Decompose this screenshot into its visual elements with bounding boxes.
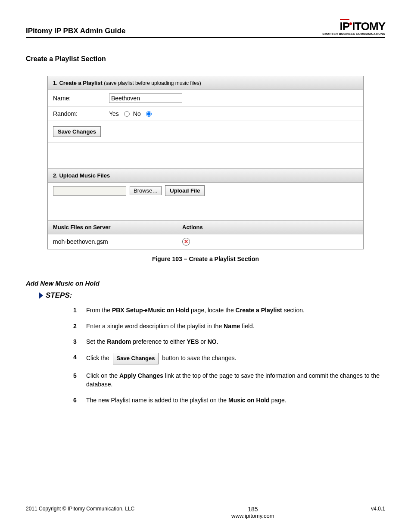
step-2: Enter a single word description of the p… [73,322,385,330]
yes-label: Yes [109,110,119,117]
panel1-header-hint: (save playlist before uploading music fi… [103,80,201,86]
random-no-radio[interactable] [146,111,152,117]
t: button to save the changes. [160,355,236,361]
page-header: IPitomy IP PBX Admin Guide IPITOMY SMART… [26,22,385,38]
logo-main: IPITOMY [322,22,385,31]
no-label: No [133,110,141,117]
steps-heading: STEPS: [39,291,385,300]
t: NO [208,338,217,345]
inline-save-button: Save Changes [113,353,159,364]
file-name-cell: moh-beethoven.gsm [53,238,182,245]
t: Click on the [86,372,119,379]
footer-copyright: 2011 Copyright © IPitomy Communication, … [26,506,134,512]
t: or [199,338,207,345]
t: Music on Hold [148,307,189,314]
step-6: The new Playlist name is added to the pl… [73,396,385,404]
save-changes-button[interactable]: Save Changes [53,126,101,137]
page-number: 185 [231,506,274,513]
panel1-header-bold: 1. Create a Playlist [53,80,103,86]
steps-list: From the PBX Setup➔Music on Hold page, l… [73,306,385,404]
spacer [48,143,363,168]
random-row: Random: Yes No [48,107,363,121]
t: The new Playlist name is added to the pl… [86,397,228,404]
create-playlist-panel: 1. Create a Playlist (save playlist befo… [47,76,364,249]
table-row: moh-beethoven.gsm ✕ [48,234,363,249]
footer-url: www.ipitomy.com [231,513,274,519]
upload-row: Browse… Upload File [48,183,363,199]
t: Create a Playlist [236,307,282,314]
random-label: Random: [53,110,109,117]
figure-caption: Figure 103 – Create a Playlist Section [26,255,385,262]
step-3: Set the Random preference to either YES … [73,337,385,346]
t: Name [224,323,240,330]
panel2-header-text: 2. Upload Music Files [53,172,110,179]
steps-label-text: STEPS: [46,291,72,300]
t: page, locate the [189,307,235,314]
files-table-header: Music Files on Server Actions [48,220,363,234]
t: . [217,338,218,345]
section-title: Create a Playlist Section [26,55,385,63]
panel2-header: 2. Upload Music Files [48,168,363,183]
t: section. [282,307,305,314]
t: From the [86,307,112,314]
panel1-header: 1. Create a Playlist (save playlist befo… [48,76,363,90]
page-footer: 2011 Copyright © IPitomy Communication, … [26,506,385,519]
arrow-right-icon [39,292,43,299]
save-section: Save Changes [48,121,363,143]
t: Random [107,338,131,345]
doc-title: IPitomy IP PBX Admin Guide [26,27,125,35]
t: page. [270,397,286,404]
logo-text-ip: IP [340,22,350,31]
step-4: Click the Save Changes button to save th… [73,353,385,364]
delete-icon[interactable]: ✕ [182,238,190,246]
col-file-header: Music Files on Server [53,224,182,230]
browse-button[interactable]: Browse… [130,186,162,195]
t: YES [187,338,199,345]
t: field. [240,323,254,330]
logo-text-itomy: ITOMY [352,20,385,33]
footer-center: 185 www.ipitomy.com [231,506,274,519]
logo-tagline: SMARTER BUSINESS COMMUNICATIONS [322,32,385,35]
step-1: From the PBX Setup➔Music on Hold page, l… [73,306,385,314]
t: Click the [86,355,111,361]
file-actions-cell: ✕ [182,238,358,246]
t: preference to either [131,338,187,345]
arrow-icon: ➔ [143,307,148,314]
footer-version: v4.0.1 [371,506,385,512]
random-yes-radio[interactable] [124,111,130,117]
random-radio-group: Yes No [109,110,153,117]
t: Set the [86,338,107,345]
t: Enter a single word description of the p… [86,323,224,330]
t: Music on Hold [228,397,270,404]
t: Apply Changes [119,372,163,379]
name-input[interactable] [109,93,182,103]
name-label: Name: [53,95,109,102]
step-5: Click on the Apply Changes link at the t… [73,371,385,389]
subsection-heading: Add New Music on Hold [26,280,385,287]
file-path-display [53,186,126,196]
name-row: Name: [48,90,363,107]
t: PBX Setup [112,307,143,314]
spacer2 [48,199,363,220]
col-actions-header: Actions [182,224,358,230]
logo: IPITOMY SMARTER BUSINESS COMMUNICATIONS [322,22,385,35]
upload-file-button[interactable]: Upload File [165,185,205,196]
